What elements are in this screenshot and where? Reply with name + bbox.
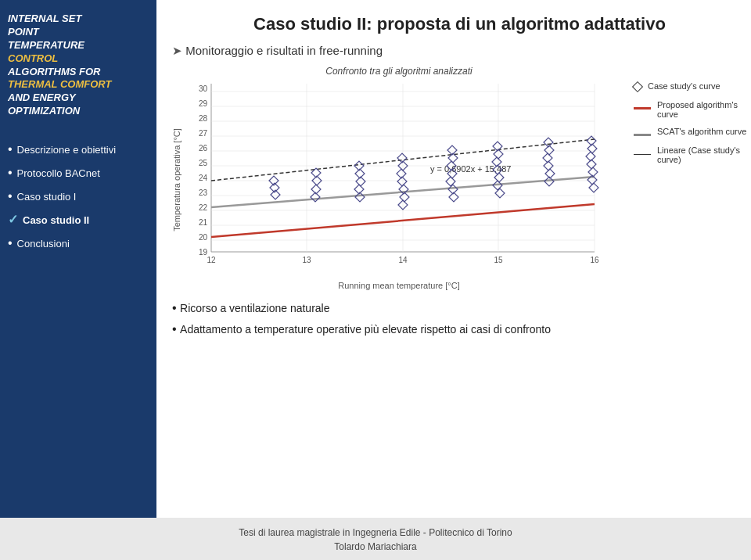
svg-text:20: 20 <box>199 233 208 242</box>
svg-text:27: 27 <box>199 129 208 138</box>
chart-inner: Temperatura operativa [°C] 19 20 21 <box>172 80 626 279</box>
footer-line1: Tesi di laurea magistrale in Ingegneria … <box>0 526 751 540</box>
svg-text:12: 12 <box>207 256 216 264</box>
svg-text:24: 24 <box>199 174 208 182</box>
main-content: Caso studio II: proposta di un algoritmo… <box>156 0 751 518</box>
chart-svg: 19 20 21 22 23 24 25 26 27 28 29 30 <box>172 80 610 275</box>
legend-item-proposed: Proposed algorithm's curve <box>634 100 747 119</box>
svg-marker-82 <box>589 183 598 192</box>
svg-text:22: 22 <box>199 203 208 212</box>
sidebar-item-label: Descrizione e obiettivi <box>17 144 116 156</box>
chart-title: Confronto tra gli algoritmi analizzati <box>172 66 626 77</box>
bullet-icon: • <box>8 167 13 179</box>
bullets-section: Ricorso a ventilazione naturale Adattame… <box>172 297 747 339</box>
x-axis-label: Running mean temperature [°C] <box>172 281 626 290</box>
legend-label: Proposed algorithm's curve <box>657 100 747 119</box>
sidebar-item-label: Caso studio II <box>23 214 89 226</box>
legend-label: Case study's curve <box>648 81 720 91</box>
sidebar-item-descrizione[interactable]: • Descrizione e obiettivi <box>8 143 149 156</box>
legend-label: Lineare (Case study's curve) <box>657 145 747 164</box>
bullet-icon: • <box>8 143 13 156</box>
sidebar-item-caso2[interactable]: ✓ Caso studio II <box>8 214 149 226</box>
legend-item-lineare: Lineare (Case study's curve) <box>634 145 747 164</box>
sidebar-title: INTERNAL SETPOINTTEMPERATURE CONTROL ALG… <box>8 13 149 118</box>
legend-gray-line-icon <box>634 128 651 138</box>
svg-text:28: 28 <box>199 114 208 123</box>
sidebar-item-caso1[interactable]: • Caso studio I <box>8 190 149 203</box>
bullet-icon: • <box>8 237 13 249</box>
svg-text:14: 14 <box>398 256 408 264</box>
bullet-1: Ricorso a ventilazione naturale <box>172 297 747 318</box>
svg-text:16: 16 <box>590 256 599 264</box>
sidebar-item-protocollo[interactable]: • Protocollo BACnet <box>8 167 149 179</box>
page-title: Caso studio II: proposta di un algoritmo… <box>172 14 747 34</box>
svg-text:21: 21 <box>199 218 208 227</box>
svg-marker-69 <box>495 188 505 198</box>
legend-item-case-study: Case study's curve <box>634 81 747 92</box>
sidebar-item-conclusioni[interactable]: • Conclusioni <box>8 237 149 249</box>
sidebar-item-label: Caso studio I <box>17 191 77 203</box>
sidebar-item-label: Protocollo BACnet <box>17 167 100 179</box>
footer: Tesi di laurea magistrale in Ingegneria … <box>0 518 751 560</box>
svg-text:13: 13 <box>302 256 311 264</box>
svg-text:29: 29 <box>199 99 208 108</box>
svg-text:26: 26 <box>199 144 208 153</box>
sidebar-nav: • Descrizione e obiettivi • Protocollo B… <box>8 143 149 249</box>
legend-diamond-icon <box>634 83 641 92</box>
chart-legend: Case study's curve Proposed algorithm's … <box>634 66 747 164</box>
footer-line2: Tolardo Mariachiara <box>0 540 751 554</box>
legend-label: SCAT's algorithm curve <box>657 127 746 136</box>
svg-marker-60 <box>446 177 455 186</box>
bullet-2: Adattamento a temperature operative più … <box>172 318 747 339</box>
chart-legend-wrapper: Confronto tra gli algoritmi analizzati T… <box>172 66 747 285</box>
checkmark-icon: ✓ <box>8 214 18 226</box>
svg-text:15: 15 <box>494 256 503 264</box>
svg-text:23: 23 <box>199 188 208 197</box>
sidebar: INTERNAL SETPOINTTEMPERATURE CONTROL ALG… <box>0 0 156 518</box>
legend-black-line-icon <box>634 147 651 156</box>
svg-text:30: 30 <box>199 84 208 93</box>
chart-container: Confronto tra gli algoritmi analizzati T… <box>172 66 626 285</box>
subtitle: Monitoraggio e risultati in free-running <box>172 44 747 58</box>
equation-label: y = 0,6902x + 15,487 <box>430 164 511 174</box>
bullet-icon: • <box>8 190 13 203</box>
legend-item-scat: SCAT's algorithm curve <box>634 127 747 138</box>
sidebar-item-label: Conclusioni <box>17 238 70 249</box>
legend-red-line-icon <box>634 102 651 111</box>
svg-text:25: 25 <box>199 159 208 167</box>
